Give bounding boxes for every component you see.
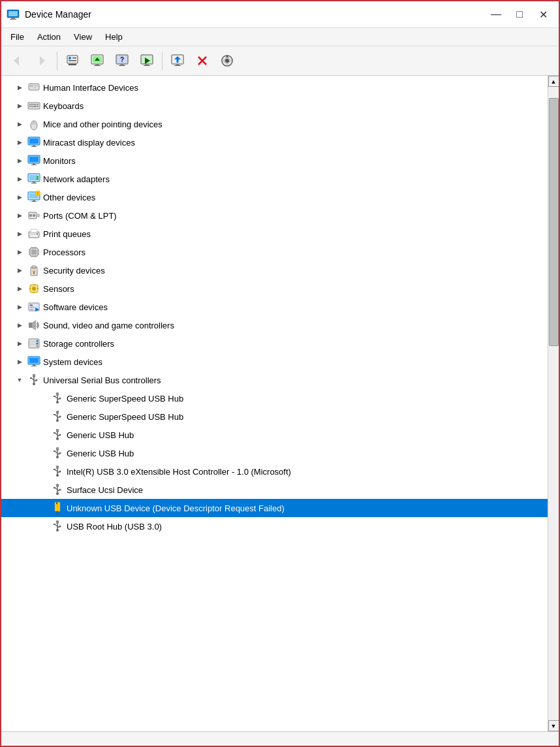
- expand-system[interactable]: ▶: [14, 357, 25, 367]
- forward-button[interactable]: [30, 49, 54, 72]
- svg-text:!: !: [37, 191, 39, 196]
- svg-rect-38: [37, 85, 38, 86]
- expand-processors[interactable]: ▶: [14, 247, 25, 257]
- expand-storage[interactable]: ▶: [14, 338, 25, 349]
- window-controls: — □ ✕: [486, 5, 553, 24]
- tree-item-sound[interactable]: ▶ Sound, video and game controllers: [1, 316, 548, 334]
- run-button[interactable]: [135, 49, 159, 72]
- expand-usb-root[interactable]: [38, 521, 48, 532]
- tree-item-security[interactable]: ▶ Security devices: [1, 261, 548, 279]
- svg-rect-145: [54, 432, 55, 434]
- expand-security[interactable]: ▶: [14, 265, 25, 276]
- icon-print-queues: [27, 227, 40, 240]
- svg-rect-53: [34, 122, 36, 125]
- tree-item-usb-controllers[interactable]: ▼ Universal Serial Bus controllers: [1, 371, 548, 389]
- svg-point-168: [59, 489, 61, 491]
- svg-rect-104: [33, 284, 35, 285]
- expand-human-interface[interactable]: ▶: [14, 82, 25, 93]
- help-button[interactable]: ?: [110, 49, 134, 72]
- menu-view[interactable]: View: [67, 29, 99, 44]
- svg-rect-42: [31, 104, 33, 105]
- svg-rect-159: [54, 469, 55, 470]
- tree-item-usb-hub-1[interactable]: Generic SuperSpeed USB Hub: [1, 389, 548, 407]
- expand-usb-intel[interactable]: [38, 466, 48, 477]
- svg-rect-57: [31, 146, 37, 147]
- menu-help[interactable]: Help: [99, 29, 129, 44]
- tree-item-ports[interactable]: ▶ Ports (COM & LPT): [1, 206, 548, 225]
- expand-usb-hub-2[interactable]: [38, 411, 48, 422]
- icon-usb-intel: [51, 465, 64, 478]
- tree-item-mice[interactable]: ▶ Mice and other pointing devices: [1, 115, 548, 133]
- svg-marker-4: [14, 56, 19, 65]
- tree-item-storage[interactable]: ▶ Storage controllers: [1, 334, 548, 353]
- close-button[interactable]: ✕: [533, 5, 553, 24]
- tree-item-processors[interactable]: ▶ Processors: [1, 243, 548, 261]
- tree-item-system[interactable]: ▶ System devices: [1, 353, 548, 371]
- update-driver-button[interactable]: [86, 49, 109, 72]
- tree-item-miracast[interactable]: ▶ Miracast display devices: [1, 133, 548, 151]
- tree-item-usb-hub-2[interactable]: Generic SuperSpeed USB Hub: [1, 407, 548, 426]
- minimize-button[interactable]: —: [486, 5, 506, 24]
- svg-point-101: [32, 287, 36, 291]
- properties-button[interactable]: [61, 49, 84, 72]
- expand-sound[interactable]: ▶: [14, 320, 25, 330]
- expand-usb-unknown[interactable]: [38, 503, 48, 513]
- expand-mice[interactable]: ▶: [14, 119, 25, 129]
- scroll-down[interactable]: ▼: [548, 720, 559, 731]
- svg-point-127: [33, 383, 35, 385]
- expand-usb-hub-1[interactable]: [38, 393, 48, 404]
- expand-ports[interactable]: ▶: [14, 210, 25, 221]
- svg-rect-28: [177, 59, 179, 63]
- expand-other-devices[interactable]: ▶: [14, 192, 25, 202]
- expand-miracast[interactable]: ▶: [14, 137, 25, 148]
- scrollbar[interactable]: ▲ ▼: [548, 76, 559, 731]
- svg-rect-35: [29, 84, 39, 90]
- tree-item-other-devices[interactable]: ▶ ! Other devices: [1, 188, 548, 206]
- svg-point-181: [56, 529, 59, 532]
- scroll-up[interactable]: ▲: [548, 76, 559, 87]
- icon-network: [27, 172, 40, 185]
- expand-software[interactable]: ▶: [14, 302, 25, 312]
- tree-item-human-interface[interactable]: ▶ Human Interface Devices: [1, 78, 548, 97]
- scroll-thumb[interactable]: [549, 98, 559, 346]
- tree-item-usb-unknown[interactable]: ! Unknown USB Device (Device Descriptor …: [1, 499, 548, 517]
- tree-item-usb-hub-4[interactable]: Generic USB Hub: [1, 444, 548, 462]
- scan-button[interactable]: [215, 49, 239, 72]
- device-tree[interactable]: ▶ Human Interface Devices▶ Keyboards▶ Mi…: [1, 76, 548, 731]
- menu-action[interactable]: Action: [31, 29, 67, 44]
- label-usb-intel: Intel(R) USB 3.0 eXtensible Host Control…: [67, 467, 291, 477]
- maximize-button[interactable]: □: [509, 5, 530, 24]
- svg-point-126: [36, 379, 38, 381]
- expand-keyboards[interactable]: ▶: [14, 101, 25, 111]
- svg-rect-67: [37, 178, 39, 180]
- expand-usb-surface[interactable]: [38, 485, 48, 495]
- tree-item-print-queues[interactable]: ▶ Print queues: [1, 225, 548, 243]
- svg-rect-56: [33, 145, 35, 146]
- tree-item-keyboards[interactable]: ▶ Keyboards: [1, 97, 548, 115]
- tree-item-monitors[interactable]: ▶ Monitors: [1, 151, 548, 170]
- remove-button[interactable]: [191, 49, 214, 72]
- expand-print-queues[interactable]: ▶: [14, 229, 25, 239]
- expand-monitors[interactable]: ▶: [14, 155, 25, 166]
- expand-usb-hub-4[interactable]: [38, 448, 48, 458]
- back-button[interactable]: [5, 49, 29, 72]
- expand-network[interactable]: ▶: [14, 174, 25, 184]
- expand-sensors[interactable]: ▶: [14, 283, 25, 294]
- svg-rect-59: [29, 157, 39, 162]
- icon-security: [27, 264, 40, 277]
- tree-item-network[interactable]: ▶ Network adapters: [1, 170, 548, 188]
- svg-rect-14: [94, 65, 101, 66]
- tree-item-sensors[interactable]: ▶ Sensors: [1, 279, 548, 298]
- expand-usb-controllers[interactable]: ▼: [14, 375, 25, 385]
- svg-rect-44: [35, 104, 37, 105]
- svg-rect-1: [8, 11, 18, 16]
- add-device-button[interactable]: [166, 49, 189, 72]
- tree-item-usb-root[interactable]: USB Root Hub (USB 3.0): [1, 517, 548, 535]
- menu-file[interactable]: File: [4, 29, 31, 44]
- tree-item-usb-surface[interactable]: Surface Ucsi Device: [1, 481, 548, 499]
- tree-item-usb-intel[interactable]: Intel(R) USB 3.0 eXtensible Host Control…: [1, 462, 548, 481]
- expand-usb-hub-3[interactable]: [38, 430, 48, 440]
- tree-item-usb-hub-3[interactable]: Generic USB Hub: [1, 426, 548, 444]
- svg-rect-138: [54, 414, 55, 415]
- tree-item-software[interactable]: ▶ ▶ Software devices: [1, 298, 548, 316]
